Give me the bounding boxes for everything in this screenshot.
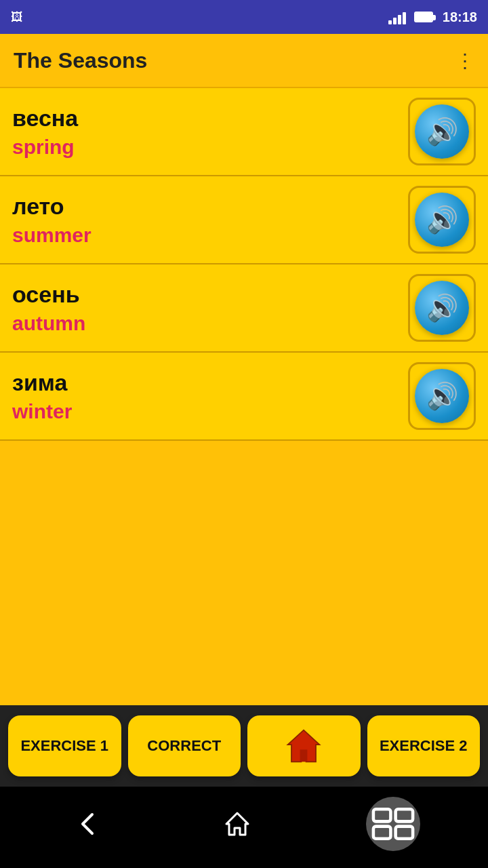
status-bar: 🖼 18:18 bbox=[0, 0, 488, 34]
svg-rect-1 bbox=[300, 749, 308, 762]
main-content: весна spring 🔊 лето summer 🔊 bbox=[0, 88, 488, 705]
audio-button-winter[interactable]: 🔊 bbox=[408, 362, 476, 430]
english-word-spring: spring bbox=[12, 136, 78, 159]
vocab-text-spring: весна spring bbox=[12, 105, 78, 159]
home-icon bbox=[285, 728, 322, 764]
russian-word-spring: весна bbox=[12, 105, 78, 132]
vocab-item-summer: лето summer 🔊 bbox=[0, 176, 488, 264]
exercise2-button[interactable]: EXERCISE 2 bbox=[367, 715, 481, 776]
speaker-icon-spring: 🔊 bbox=[426, 117, 458, 146]
svg-rect-4 bbox=[373, 827, 390, 839]
audio-circle-autumn: 🔊 bbox=[415, 281, 469, 335]
audio-button-autumn[interactable]: 🔊 bbox=[408, 274, 476, 342]
svg-rect-3 bbox=[396, 809, 413, 821]
audio-circle-summer: 🔊 bbox=[415, 193, 469, 247]
menu-button[interactable]: ⋮ bbox=[455, 50, 474, 72]
english-word-summer: summer bbox=[12, 224, 92, 247]
bottom-nav-bar bbox=[0, 787, 488, 861]
english-word-winter: winter bbox=[12, 400, 72, 423]
page-title: The Seasons bbox=[14, 48, 147, 73]
audio-button-spring[interactable]: 🔊 bbox=[408, 98, 476, 165]
status-time: 18:18 bbox=[443, 9, 477, 25]
exercise1-button[interactable]: EXERCISE 1 bbox=[8, 715, 121, 776]
svg-rect-2 bbox=[373, 809, 390, 821]
audio-circle-winter: 🔊 bbox=[415, 369, 469, 423]
battery-icon bbox=[414, 12, 433, 22]
speaker-icon-autumn: 🔊 bbox=[426, 293, 458, 323]
speaker-icon-summer: 🔊 bbox=[426, 205, 458, 235]
vocab-item-spring: весна spring 🔊 bbox=[0, 88, 488, 176]
app-header: The Seasons ⋮ bbox=[0, 34, 488, 88]
russian-word-autumn: осень bbox=[12, 281, 85, 308]
empty-area bbox=[0, 441, 488, 604]
svg-rect-5 bbox=[396, 827, 413, 839]
audio-button-summer[interactable]: 🔊 bbox=[408, 186, 476, 254]
speaker-icon-winter: 🔊 bbox=[426, 381, 458, 411]
home-button[interactable] bbox=[247, 715, 361, 776]
vocabulary-list: весна spring 🔊 лето summer 🔊 bbox=[0, 88, 488, 441]
home-nav-button[interactable] bbox=[217, 804, 258, 844]
vocab-item-winter: зима winter 🔊 bbox=[0, 353, 488, 441]
signal-icon bbox=[388, 9, 406, 24]
correct-button[interactable]: CORRECT bbox=[128, 715, 241, 776]
photo-icon: 🖼 bbox=[11, 10, 23, 24]
vocab-text-winter: зима winter bbox=[12, 370, 72, 423]
vocab-item-autumn: осень autumn 🔊 bbox=[0, 264, 488, 353]
english-word-autumn: autumn bbox=[12, 312, 85, 335]
back-nav-button[interactable] bbox=[68, 804, 108, 844]
action-buttons-bar: EXERCISE 1 CORRECT EXERCISE 2 bbox=[0, 705, 488, 787]
audio-circle-spring: 🔊 bbox=[415, 104, 469, 159]
russian-word-summer: лето bbox=[12, 193, 92, 220]
vocab-text-summer: лето summer bbox=[12, 193, 92, 247]
russian-word-winter: зима bbox=[12, 370, 72, 396]
overview-nav-button[interactable] bbox=[366, 797, 420, 851]
vocab-text-autumn: осень autumn bbox=[12, 281, 85, 335]
